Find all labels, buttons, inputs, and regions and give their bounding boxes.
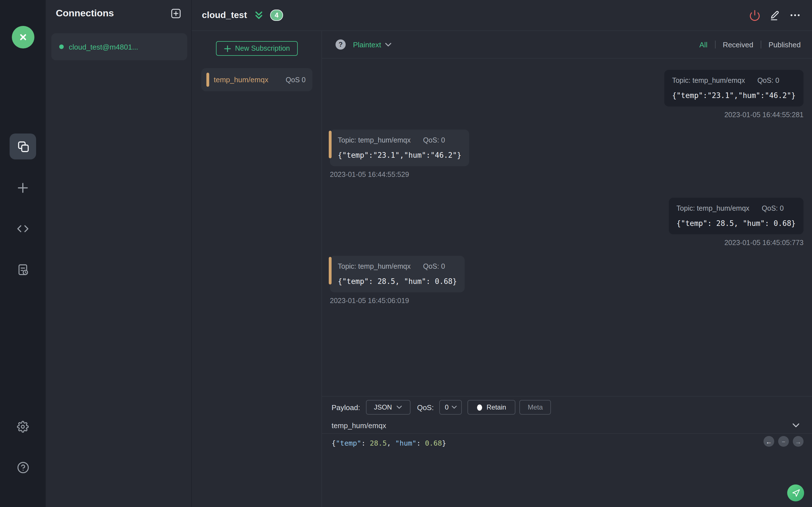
history-prev-button[interactable]: ← (763, 436, 774, 447)
connections-icon (16, 140, 30, 153)
chevron-down-icon (451, 406, 456, 409)
qos-select[interactable]: 0 (439, 400, 462, 414)
message-timestamp: 2023-01-05 16:44:55:529 (330, 171, 409, 179)
log-icon (16, 263, 29, 276)
connections-panel: Connections cloud_test@m4801... (46, 0, 192, 507)
syntax-comma: , (387, 439, 395, 447)
disconnect-button[interactable] (748, 9, 761, 21)
plus-icon (16, 181, 29, 194)
payload-editor[interactable]: {"temp": 28.5, "hum": 0.68} (322, 434, 812, 452)
messages-toolbar: ? Plaintext All Received Published (322, 31, 812, 59)
chevron-down-icon (396, 406, 402, 409)
send-icon (792, 489, 800, 497)
message-timestamp: 2023-01-05 16:45:06:019 (330, 297, 409, 305)
subscription-color-bar (329, 131, 332, 159)
subscription-item[interactable]: temp_hum/emqx QoS 0 (201, 68, 312, 91)
pencil-icon (769, 9, 781, 21)
topic-input-row: temp_hum/emqx (322, 417, 812, 434)
message-received[interactable]: Topic: temp_hum/emqx QoS: 0 {"temp":"23.… (330, 129, 469, 179)
filter-separator (761, 41, 761, 48)
message-received[interactable]: Topic: temp_hum/emqx QoS: 0 {"temp": 28.… (330, 256, 465, 305)
message-list[interactable]: Topic: temp_hum/emqx QoS: 0 {"temp":"23.… (322, 59, 812, 396)
message-qos: QoS: 0 (423, 136, 445, 144)
editor-collapse-button[interactable]: − (778, 436, 789, 447)
mqttx-logo[interactable] (11, 26, 34, 48)
history-next-button[interactable]: → (793, 436, 804, 447)
main-area: cloud_test 4 (192, 0, 812, 507)
sidebar-item-script[interactable] (10, 215, 36, 241)
filter-received[interactable]: Received (723, 40, 753, 49)
qos-value: 0 (445, 403, 449, 411)
filter-all[interactable]: All (699, 40, 707, 49)
message-timestamp: 2023-01-05 16:45:05:773 (724, 239, 804, 247)
topic-input[interactable]: temp_hum/emqx (332, 421, 792, 430)
payload-label: Payload: (332, 403, 360, 411)
message-topic: Topic: temp_hum/emqx (672, 76, 745, 84)
publish-panel: Payload: JSON QoS: 0 (322, 396, 812, 507)
message-topic: Topic: temp_hum/emqx (676, 205, 749, 212)
sidebar-item-help[interactable] (10, 455, 36, 481)
message-bubble: Topic: temp_hum/emqx QoS: 0 {"temp":"23.… (664, 70, 804, 107)
message-published[interactable]: Topic: temp_hum/emqx QoS: 0 {"temp":"23.… (664, 70, 804, 119)
collapse-panel-button[interactable] (253, 10, 264, 21)
collapse-editor-chevron-icon[interactable] (792, 423, 800, 428)
new-subscription-label: New Subscription (235, 45, 290, 52)
payload-format-value: Plaintext (353, 40, 381, 49)
syntax-key: "hum" (395, 439, 416, 447)
sidebar-item-connections[interactable] (10, 133, 36, 159)
connected-status-dot (59, 45, 64, 49)
connections-title: Connections (56, 8, 114, 19)
message-filters: All Received Published (699, 40, 801, 49)
payload-format-help-icon[interactable]: ? (336, 40, 346, 50)
gear-icon (17, 420, 29, 432)
app-window: Connections cloud_test@m4801... cloud_te… (0, 0, 812, 507)
filter-separator (715, 41, 715, 48)
plus-icon (224, 45, 231, 52)
connection-header: cloud_test 4 (192, 0, 812, 31)
page-title: cloud_test (202, 10, 247, 20)
payload-format-select[interactable]: Plaintext (353, 40, 391, 49)
syntax-number: 28.5 (370, 439, 387, 447)
message-bubble: Topic: temp_hum/emqx QoS: 0 {"temp": 28.… (330, 256, 465, 292)
message-bubble: Topic: temp_hum/emqx QoS: 0 {"temp": 28.… (668, 198, 804, 234)
help-icon (17, 461, 29, 474)
message-topic: Topic: temp_hum/emqx (338, 263, 410, 270)
filter-published[interactable]: Published (769, 40, 801, 49)
subscription-color-bar (206, 73, 209, 87)
sidebar-item-new-connection[interactable] (10, 175, 36, 201)
message-bubble: Topic: temp_hum/emqx QoS: 0 {"temp":"23.… (330, 129, 469, 166)
send-button[interactable] (787, 485, 804, 501)
meta-button[interactable]: Meta (519, 400, 551, 414)
more-options-button[interactable] (789, 9, 801, 21)
icon-sidebar (0, 0, 46, 507)
subscription-topic: temp_hum/emqx (214, 75, 286, 84)
message-payload: {"temp":"23.1","hum":"46.2"} (672, 91, 796, 100)
message-timestamp: 2023-01-05 16:44:55:281 (724, 111, 804, 119)
meta-label: Meta (528, 403, 543, 411)
syntax-brace: } (442, 439, 446, 447)
add-square-icon (171, 8, 181, 18)
retain-toggle[interactable]: Retain (467, 400, 515, 414)
edit-connection-button[interactable] (769, 9, 781, 21)
ellipsis-icon (790, 10, 801, 21)
syntax-colon: : (416, 439, 425, 447)
payload-type-value: JSON (374, 403, 392, 411)
code-icon (16, 222, 29, 235)
syntax-colon: : (361, 439, 370, 447)
connection-name: cloud_test@m4801... (69, 43, 138, 51)
connection-item[interactable]: cloud_test@m4801... (51, 33, 187, 60)
unread-badge[interactable]: 4 (270, 10, 283, 21)
retain-label: Retain (487, 403, 506, 411)
message-qos: QoS: 0 (757, 76, 779, 84)
message-qos: QoS: 0 (423, 263, 445, 270)
history-pager: ← − → (763, 436, 804, 447)
sidebar-item-log[interactable] (10, 256, 36, 282)
add-connection-button[interactable] (171, 8, 181, 18)
payload-type-select[interactable]: JSON (366, 400, 410, 414)
message-payload: {"temp": 28.5, "hum": 0.68} (338, 277, 457, 286)
sidebar-item-settings[interactable] (10, 413, 36, 439)
new-subscription-button[interactable]: New Subscription (216, 41, 298, 56)
message-published[interactable]: Topic: temp_hum/emqx QoS: 0 {"temp": 28.… (668, 198, 804, 247)
message-topic: Topic: temp_hum/emqx (338, 136, 410, 144)
message-payload: {"temp":"23.1","hum":"46.2"} (338, 151, 461, 159)
